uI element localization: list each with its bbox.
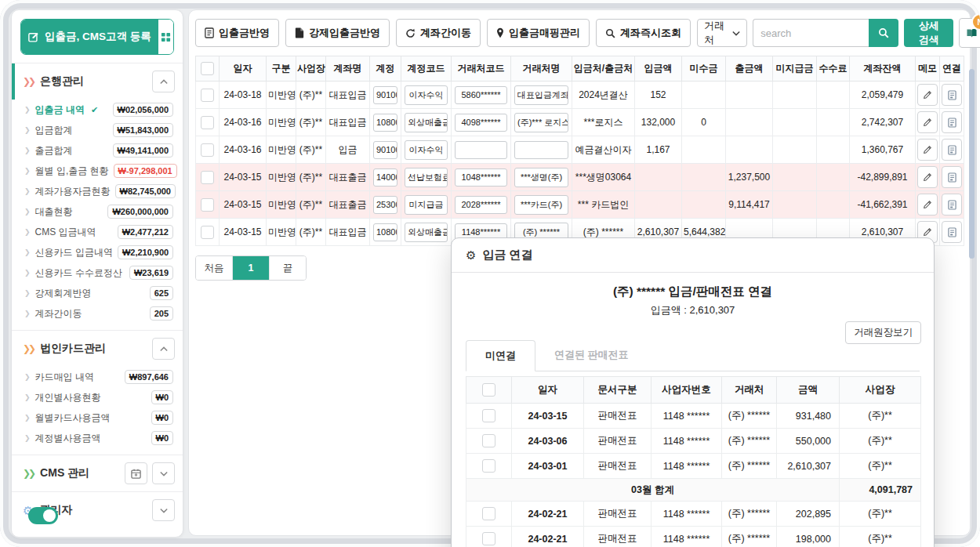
link-button[interactable] bbox=[942, 194, 962, 216]
cell-payer-link[interactable]: 예금결산이자 bbox=[572, 136, 635, 164]
toolbar-button-입출금매핑관리[interactable]: 입출금매핑관리 bbox=[487, 19, 590, 47]
sidebar-item[interactable]: ❯개인별사용현황₩0 bbox=[20, 387, 175, 408]
search-button[interactable] bbox=[869, 19, 898, 47]
toolbar-button-입출금반영[interactable]: 입출금반영 bbox=[195, 19, 279, 47]
ledger-view-button[interactable]: 거래원장보기 bbox=[845, 321, 921, 344]
account-name-box[interactable]: 외상매출금 bbox=[405, 113, 448, 132]
manual-button[interactable]: N bbox=[959, 18, 980, 48]
popup-cell-date[interactable]: 24-02-21 bbox=[512, 527, 584, 547]
account-name-box[interactable]: 이자수익 bbox=[405, 140, 448, 160]
row-checkbox[interactable] bbox=[201, 226, 214, 239]
filter-select[interactable]: 거래처 bbox=[697, 19, 747, 47]
row-checkbox[interactable] bbox=[201, 143, 214, 157]
sidebar-item[interactable]: ❯월별 입,출금 현황₩-97,298,001 bbox=[20, 161, 175, 181]
client-code-box[interactable]: 2028****** bbox=[455, 196, 507, 214]
sidebar-item[interactable]: ❯계좌가용자금현황₩82,745,000 bbox=[20, 181, 175, 201]
cell-account-link[interactable]: 대표출금 bbox=[326, 164, 370, 191]
row-checkbox[interactable] bbox=[201, 171, 214, 184]
page-first-button[interactable]: 처음 bbox=[196, 256, 232, 280]
cell-payer-link[interactable]: ***로지스 bbox=[572, 109, 635, 136]
client-name-box[interactable] bbox=[514, 141, 568, 159]
cell-account-link[interactable]: 대표출금 bbox=[326, 191, 370, 219]
link-button[interactable] bbox=[942, 221, 962, 243]
client-name-box[interactable]: ***생명(주) bbox=[514, 168, 568, 187]
sidebar-item[interactable]: ❯신용카드 입금내역₩2,210,900 bbox=[20, 242, 175, 263]
sidebar-item[interactable]: ❯대출현황₩260,000,000 bbox=[20, 201, 175, 222]
popup-row-checkbox[interactable] bbox=[482, 459, 495, 473]
sidebar-item[interactable]: ❯카드매입 내역₩897,646 bbox=[20, 367, 175, 387]
tab-unlinked[interactable]: 미연결 bbox=[466, 340, 535, 371]
section-collapse-button[interactable] bbox=[152, 71, 175, 92]
row-checkbox[interactable] bbox=[201, 116, 214, 129]
account-code-box[interactable]: 10800 bbox=[373, 223, 397, 241]
cell-payer-link[interactable]: ***생명03064 bbox=[572, 164, 635, 191]
popup-row-checkbox[interactable] bbox=[482, 409, 495, 422]
account-code-box[interactable]: 10800 bbox=[373, 114, 397, 132]
sidebar-section-cms[interactable]: ❯❯CMS 관리 bbox=[12, 455, 183, 491]
memo-button[interactable] bbox=[917, 194, 938, 216]
sidebar-toggle[interactable] bbox=[28, 507, 58, 524]
tab-linked-slips[interactable]: 연결된 판매전표 bbox=[535, 340, 648, 371]
sidebar-item[interactable]: ❯신용카드 수수료정산₩23,619 bbox=[20, 263, 175, 283]
toolbar-button-강제입출금반영[interactable]: 강제입출금반영 bbox=[285, 19, 390, 47]
scrollbar-thumb[interactable] bbox=[969, 69, 975, 259]
cell-payer-link[interactable]: *** 카드법인 bbox=[572, 191, 635, 219]
sidebar-item[interactable]: ❯출금합계₩49,141,000 bbox=[20, 140, 175, 161]
popup-cell-date[interactable]: 24-02-21 bbox=[512, 502, 584, 527]
client-code-box[interactable]: 1048****** bbox=[455, 168, 507, 187]
sidebar-item[interactable]: ❯월별카드사용금액₩0 bbox=[20, 408, 175, 428]
section-collapse-button[interactable] bbox=[152, 338, 175, 360]
cell-account-link[interactable]: 대표입금 bbox=[326, 219, 370, 246]
row-checkbox[interactable] bbox=[201, 198, 214, 212]
memo-button[interactable] bbox=[917, 111, 938, 133]
popup-row-checkbox[interactable] bbox=[482, 507, 495, 520]
account-name-box[interactable]: 선납보험료 bbox=[405, 168, 448, 187]
search-input[interactable] bbox=[753, 19, 869, 47]
sidebar-item[interactable]: ❯강제회계반영625 bbox=[20, 283, 175, 303]
link-button[interactable] bbox=[942, 84, 962, 106]
client-code-box[interactable] bbox=[455, 141, 507, 159]
client-name-box[interactable]: (주)*** 로지스 bbox=[514, 113, 568, 132]
popup-cell-date[interactable]: 24-03-15 bbox=[512, 404, 584, 429]
popup-row-checkbox[interactable] bbox=[482, 532, 495, 545]
sidebar-item[interactable]: ❯입출금 내역✔₩02,056,000 bbox=[20, 100, 175, 120]
account-name-box[interactable]: 이자수익 bbox=[405, 85, 448, 105]
calendar-button[interactable] bbox=[125, 462, 147, 484]
sidebar-item[interactable]: ❯계정별사용금액₩0 bbox=[20, 428, 175, 448]
page-1-button[interactable]: 1 bbox=[232, 256, 269, 280]
toolbar-button-계좌간이동[interactable]: 계좌간이동 bbox=[396, 19, 481, 47]
section-collapse-button[interactable] bbox=[152, 462, 175, 484]
account-code-box[interactable]: 90100 bbox=[373, 86, 397, 104]
link-button[interactable] bbox=[942, 111, 962, 133]
sidebar-section-corp-card[interactable]: ❯❯법인카드관리 bbox=[12, 331, 183, 367]
select-all-checkbox[interactable] bbox=[201, 62, 214, 75]
sidebar-item[interactable]: ❯입금합계₩51,843,000 bbox=[20, 120, 175, 140]
popup-cell-date[interactable]: 24-03-01 bbox=[512, 454, 584, 479]
memo-button[interactable] bbox=[917, 166, 938, 188]
client-name-box[interactable]: ***카드(주) bbox=[514, 195, 568, 215]
account-code-box[interactable]: 90100 bbox=[373, 141, 397, 159]
register-button[interactable]: 입출금, CMS고객 등록 bbox=[21, 20, 158, 54]
cell-payer-link[interactable]: 2024년결산 bbox=[572, 82, 635, 109]
sidebar-section-bank[interactable]: ❯❯은행관리 bbox=[12, 63, 183, 100]
client-code-box[interactable]: 4098****** bbox=[455, 114, 507, 132]
memo-button[interactable] bbox=[917, 139, 938, 161]
popup-row-checkbox[interactable] bbox=[482, 434, 495, 447]
account-code-box[interactable]: 25300 bbox=[373, 196, 397, 214]
toolbar-button-계좌즉시조회[interactable]: 계좌즉시조회 bbox=[596, 19, 691, 47]
memo-button[interactable] bbox=[917, 84, 938, 106]
popup-select-all-checkbox[interactable] bbox=[482, 383, 495, 397]
cell-account-link[interactable]: 대표입금 bbox=[326, 82, 370, 109]
cell-account-link[interactable]: 대표입금 bbox=[326, 109, 370, 136]
link-button[interactable] bbox=[942, 166, 962, 188]
account-code-box[interactable]: 14000 bbox=[373, 168, 397, 187]
account-name-box[interactable]: 미지급금 bbox=[405, 195, 448, 215]
link-button[interactable] bbox=[942, 139, 962, 161]
sidebar-item[interactable]: ❯계좌간이동205 bbox=[20, 303, 175, 324]
detail-search-button[interactable]: 상세검색 bbox=[904, 19, 953, 47]
page-last-button[interactable]: 끝 bbox=[269, 256, 306, 280]
row-checkbox[interactable] bbox=[201, 89, 214, 102]
popup-cell-date[interactable]: 24-03-06 bbox=[512, 429, 584, 454]
account-name-box[interactable]: 외상매출금 bbox=[405, 223, 448, 242]
sidebar-item[interactable]: ❯CMS 입금내역₩2,477,212 bbox=[20, 222, 175, 242]
